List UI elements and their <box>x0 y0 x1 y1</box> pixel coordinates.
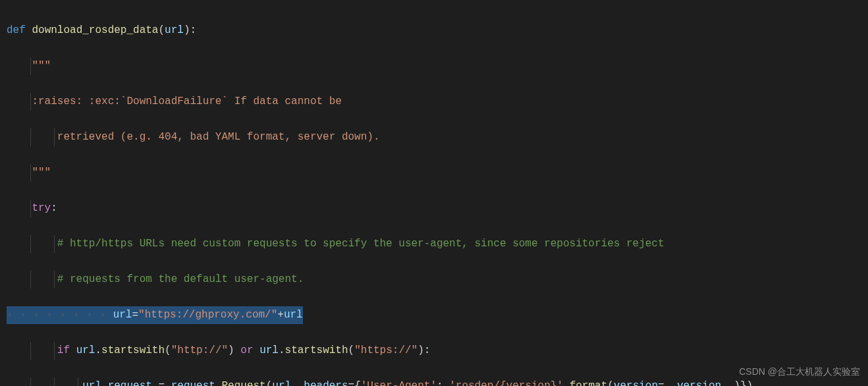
docstring-text: retrieved (e.g. 404, bad YAML format, se… <box>32 131 379 143</box>
string-literal: "https://ghproxy.com/" <box>138 309 277 321</box>
code-line: """ <box>0 57 868 75</box>
comment: # requests from the default user-agent. <box>57 273 304 285</box>
code-line: retrieved (e.g. 404, bad YAML format, se… <box>0 128 868 146</box>
keyword-def: def <box>7 24 26 36</box>
code-line: :raises: :exc:`DownloadFailure` If data … <box>0 93 868 111</box>
code-line: url_request = request.Request(url, heade… <box>0 377 868 386</box>
parameter: url <box>165 24 184 36</box>
code-editor[interactable]: def download_rosdep_data(url): """ :rais… <box>0 0 868 386</box>
keyword-try: try <box>32 202 51 214</box>
code-line-highlighted: · · · · · · · · url="https://ghproxy.com… <box>0 306 868 324</box>
code-line: # requests from the default user-agent. <box>0 271 868 289</box>
function-name: download_rosdep_data <box>32 24 158 36</box>
code-line: def download_rosdep_data(url): <box>0 22 868 40</box>
watermark: CSDN @合工大机器人实验室 <box>739 363 860 381</box>
code-line: try: <box>0 200 868 217</box>
keyword-if: if <box>57 345 70 356</box>
variable: url <box>113 309 132 321</box>
docstring-delim: """ <box>32 167 51 179</box>
code-line: # http/https URLs need custom requests t… <box>0 235 868 253</box>
docstring-text: :raises: :exc:`DownloadFailure` If data … <box>32 96 341 107</box>
code-line: if url.startswith("http://") or url.star… <box>0 342 868 360</box>
variable: url <box>284 309 303 321</box>
code-line: """ <box>0 164 868 182</box>
comment: # http/https URLs need custom requests t… <box>57 238 665 250</box>
docstring-delim: """ <box>32 60 51 72</box>
